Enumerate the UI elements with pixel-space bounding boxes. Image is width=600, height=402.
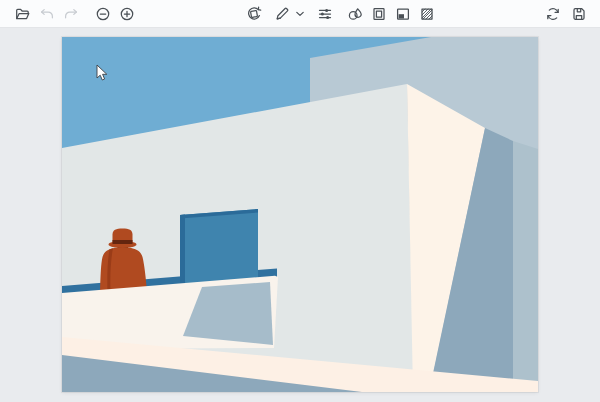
right-wall-strip xyxy=(513,141,538,392)
pattern-icon xyxy=(419,6,435,22)
rotate-button[interactable] xyxy=(243,3,265,25)
redo-button[interactable] xyxy=(60,3,82,25)
chevron-down-icon xyxy=(295,6,305,22)
plus-circle-icon xyxy=(119,6,135,22)
draw-tool-options-button[interactable] xyxy=(293,3,306,25)
zoom-in-button[interactable] xyxy=(116,3,138,25)
resize-button[interactable] xyxy=(392,3,414,25)
frame-button[interactable] xyxy=(368,3,390,25)
drawing-canvas[interactable] xyxy=(62,37,538,392)
undo-icon xyxy=(39,6,55,22)
save-icon xyxy=(571,6,587,22)
pattern-button[interactable] xyxy=(416,3,438,25)
undo-button[interactable] xyxy=(36,3,58,25)
pencil-icon xyxy=(274,6,290,22)
blur-button[interactable] xyxy=(344,3,366,25)
toolbar-left-group xyxy=(12,0,138,27)
toolbar-center-group xyxy=(243,0,438,27)
folder-open-icon xyxy=(15,6,31,22)
adjustments-button[interactable] xyxy=(314,3,336,25)
blur-icon xyxy=(347,6,363,22)
resize-icon xyxy=(395,6,411,22)
image-editor-window xyxy=(0,0,600,402)
draw-tool-button[interactable] xyxy=(271,3,293,25)
zoom-out-button[interactable] xyxy=(92,3,114,25)
sliders-icon xyxy=(317,6,333,22)
rotate-icon xyxy=(246,6,262,22)
toolbar xyxy=(0,0,600,28)
hat-band xyxy=(113,240,133,244)
toolbar-right-group xyxy=(542,0,590,27)
redo-icon xyxy=(63,6,79,22)
doorway-left-edge xyxy=(180,215,185,292)
frame-icon xyxy=(371,6,387,22)
reset-icon xyxy=(545,6,561,22)
reset-button[interactable] xyxy=(542,3,564,25)
coat xyxy=(100,248,147,293)
minus-circle-icon xyxy=(95,6,111,22)
save-button[interactable] xyxy=(568,3,590,25)
artwork xyxy=(62,37,538,392)
open-file-button[interactable] xyxy=(12,3,34,25)
